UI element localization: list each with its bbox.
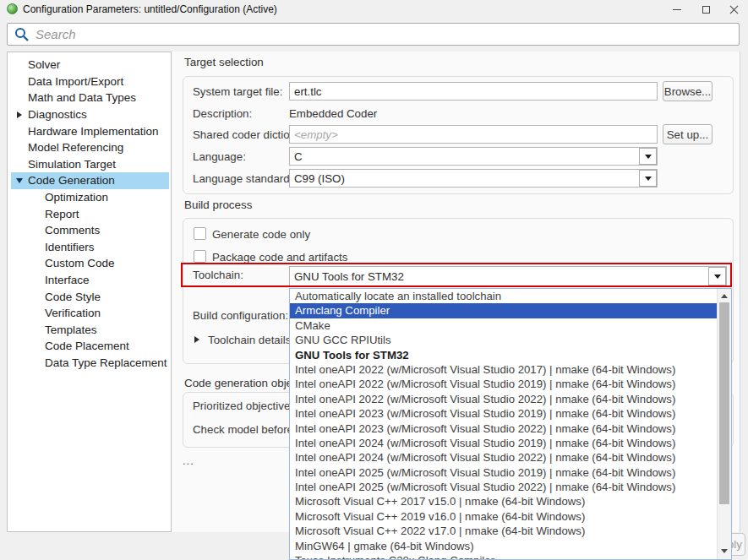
language-standard-value: C99 (ISO) [294, 170, 345, 187]
language-value: C [294, 148, 303, 165]
chevron-down-icon [714, 275, 721, 279]
toolchain-dropdown-arrow[interactable] [708, 267, 726, 285]
sidebar-item-label: Interface [45, 274, 90, 286]
sidebar-item-custom-code[interactable]: Custom Code [11, 255, 169, 272]
generate-code-only-checkbox[interactable] [194, 227, 206, 240]
triangle-up-icon [721, 294, 728, 298]
toolchain-option[interactable]: Intel oneAPI 2023 (w/Microsoft Visual St… [290, 406, 717, 421]
toolchain-option[interactable]: Intel oneAPI 2024 (w/Microsoft Visual St… [290, 450, 717, 465]
sidebar-item-math-and-data-types[interactable]: Math and Data Types [11, 90, 169, 106]
system-target-file-label: System target file: [193, 85, 282, 98]
set-up-button[interactable]: Set up... [663, 124, 713, 144]
sidebar-item-templates[interactable]: Templates [11, 322, 169, 339]
sidebar-item-label: Hardware Implementation [28, 125, 159, 138]
dropdown-scrollbar[interactable] [717, 289, 731, 559]
search-input[interactable] [34, 26, 739, 42]
toolchain-option[interactable]: Microsoft Visual C++ 2017 v15.0 | nmake … [290, 494, 717, 508]
maximize-button[interactable] [692, 0, 720, 19]
toolchain-combobox[interactable]: GNU Tools for STM32 [289, 266, 727, 286]
scrollbar-thumb[interactable] [719, 302, 729, 504]
sidebar-item-label: Code Style [45, 291, 101, 303]
sidebar-item-report[interactable]: Report [11, 205, 169, 222]
minimize-icon [673, 9, 681, 10]
search-icon [14, 27, 29, 41]
sidebar-item-diagnostics[interactable]: Diagnostics [11, 106, 169, 123]
toolchain-option[interactable]: Microsoft Visual C++ 2022 v17.0 | nmake … [290, 524, 717, 538]
chevron-down-icon [645, 155, 652, 159]
language-standard-combobox[interactable]: C99 (ISO) [289, 169, 658, 188]
tree-expanded-icon[interactable] [11, 178, 28, 183]
prioritized-objectives-label: Prioritized objectives [193, 400, 296, 412]
sidebar-item-label: Solver [28, 58, 60, 71]
toolchain-option[interactable]: Intel oneAPI 2022 (w/Microsoft Visual St… [290, 377, 717, 391]
truncation-ellipsis: ... [183, 454, 194, 467]
description-value: Embedded Coder [289, 107, 377, 120]
toolchain-option[interactable]: Microsoft Visual C++ 2019 v16.0 | nmake … [290, 509, 717, 524]
sidebar-item-label: Math and Data Types [28, 91, 136, 104]
sidebar-item-label: Data Import/Export [28, 75, 123, 88]
browse-button[interactable]: Browse... [663, 81, 713, 101]
sidebar-item-label: Comments [45, 224, 100, 237]
title-bar: Configuration Parameters: untitled/Confi… [0, 0, 748, 19]
window-title: Configuration Parameters: untitled/Confi… [23, 0, 277, 19]
build-process-title: Build process [184, 198, 252, 211]
toolchain-option[interactable]: Intel oneAPI 2025 (w/Microsoft Visual St… [290, 480, 717, 494]
toolchain-option[interactable]: Automatically locate an installed toolch… [290, 289, 717, 303]
toolchain-label: Toolchain: [193, 269, 243, 281]
package-code-checkbox[interactable] [194, 250, 206, 263]
scrollbar-up-arrow[interactable] [718, 289, 731, 302]
sidebar-item-code-placement[interactable]: Code Placement [11, 338, 169, 355]
generate-code-only-label: Generate code only [212, 228, 310, 241]
toolchain-option[interactable]: Intel oneAPI 2024 (w/Microsoft Visual St… [290, 436, 717, 450]
scrollbar-down-arrow[interactable] [718, 544, 731, 557]
maximize-icon [702, 6, 710, 14]
sidebar-item-data-import-export[interactable]: Data Import/Export [11, 73, 169, 90]
toolchain-option[interactable]: Texas Instruments C28x Clang Compiler [290, 553, 717, 560]
language-standard-dropdown-arrow[interactable] [639, 170, 657, 187]
sidebar-item-model-referencing[interactable]: Model Referencing [11, 139, 169, 156]
toolchain-option[interactable]: GNU GCC RPIUtils [290, 333, 717, 347]
sidebar-item-verification[interactable]: Verification [11, 305, 169, 322]
toolchain-option[interactable]: Intel oneAPI 2022 (w/Microsoft Visual St… [290, 392, 717, 406]
sidebar-item-data-type-replacement[interactable]: Data Type Replacement [11, 355, 169, 372]
toolchain-dropdown-popup: Automatically locate an installed toolch… [289, 288, 732, 560]
toolchain-option[interactable]: CMake [290, 318, 717, 333]
toolchain-option[interactable]: Intel oneAPI 2023 (w/Microsoft Visual St… [290, 421, 717, 436]
toolchain-option[interactable]: GNU Tools for STM32 [290, 348, 717, 362]
toolchain-value: GNU Tools for STM32 [294, 267, 404, 285]
sidebar-item-interface[interactable]: Interface [11, 272, 169, 289]
language-combobox[interactable]: C [289, 147, 658, 166]
sidebar-item-hardware-implementation[interactable]: Hardware Implementation [11, 122, 169, 139]
close-button[interactable] [720, 0, 748, 19]
close-icon [729, 5, 739, 14]
triangle-down-icon [721, 549, 728, 553]
chevron-down-icon [645, 177, 652, 181]
sidebar-item-solver[interactable]: Solver [11, 57, 169, 73]
toolchain-option[interactable]: MinGW64 | gmake (64-bit Windows) [290, 539, 717, 553]
shared-coder-dictionary-input[interactable] [289, 125, 658, 144]
language-dropdown-arrow[interactable] [639, 148, 657, 165]
description-label: Description: [193, 107, 252, 120]
sidebar-item-label: Diagnostics [28, 108, 87, 121]
sidebar-item-label: Code Placement [45, 340, 129, 352]
sidebar-item-comments[interactable]: Comments [11, 222, 169, 239]
sidebar-item-identifiers[interactable]: Identifiers [11, 239, 169, 256]
sidebar-item-label: Report [45, 208, 79, 220]
toolchain-details-expander-icon[interactable] [194, 336, 199, 343]
sidebar-item-label: Verification [45, 307, 101, 319]
toolchain-option[interactable]: Armclang Compiler [290, 303, 717, 318]
tree-collapsed-icon[interactable] [11, 111, 28, 118]
sidebar-item-simulation-target[interactable]: Simulation Target [11, 156, 169, 173]
toolchain-option[interactable]: Intel oneAPI 2025 (w/Microsoft Visual St… [290, 465, 717, 480]
search-bar [7, 23, 740, 46]
sidebar-item-code-style[interactable]: Code Style [11, 288, 169, 305]
system-target-file-input[interactable] [289, 82, 658, 101]
minimize-button[interactable] [663, 0, 691, 19]
sidebar-item-label: Model Referencing [28, 141, 123, 154]
build-configuration-label: Build configuration: [193, 309, 288, 322]
sidebar-item-code-generation[interactable]: Code Generation [11, 172, 169, 189]
sidebar-item-label: Code Generation [28, 174, 115, 187]
sidebar-item-optimization[interactable]: Optimization [11, 189, 169, 206]
toolchain-option[interactable]: Intel oneAPI 2022 (w/Microsoft Visual St… [290, 362, 717, 377]
toolchain-details-label[interactable]: Toolchain details [208, 334, 291, 346]
